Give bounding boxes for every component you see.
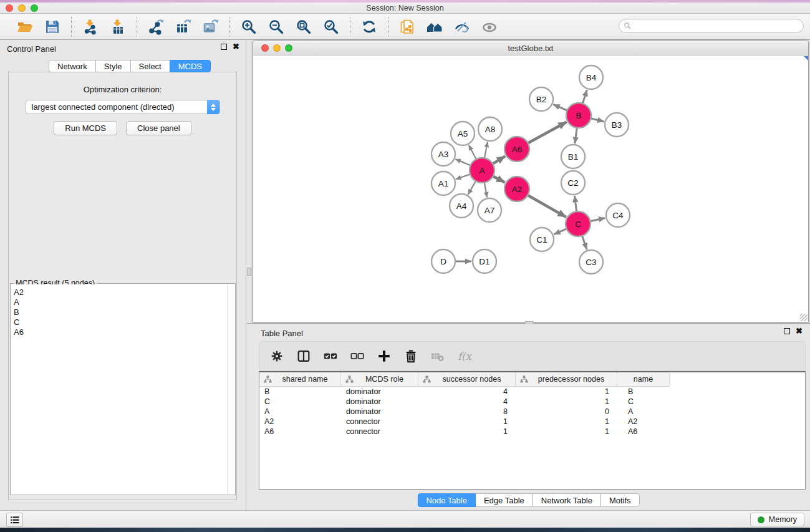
tab-network-table[interactable]: Network Table: [533, 493, 601, 507]
table-cell[interactable]: A6: [259, 427, 341, 437]
tab-network[interactable]: Network: [49, 60, 96, 72]
table-cell[interactable]: 4: [418, 397, 516, 407]
node-D[interactable]: D: [432, 249, 455, 273]
save-session-button[interactable]: [41, 16, 64, 37]
table-cell[interactable]: [670, 387, 805, 397]
deselect-all-button[interactable]: [349, 347, 366, 365]
node-D1[interactable]: D1: [473, 249, 496, 273]
column-header-name[interactable]: name: [617, 372, 670, 387]
edge-A-A7[interactable]: [485, 183, 487, 198]
table-cell[interactable]: 1: [418, 427, 516, 437]
edge-C-C1[interactable]: [554, 229, 566, 235]
home-view-button[interactable]: [423, 16, 446, 37]
table-cell[interactable]: 0: [516, 407, 617, 417]
tab-style[interactable]: Style: [95, 60, 131, 72]
edge-C-C4[interactable]: [591, 218, 605, 221]
open-session-file-button[interactable]: [396, 16, 418, 37]
table-cell[interactable]: B: [617, 387, 670, 397]
edge-A-A3[interactable]: [455, 159, 470, 165]
close-panel-button[interactable]: Close panel: [126, 121, 191, 135]
tab-select[interactable]: Select: [130, 60, 170, 72]
node-A3[interactable]: A3: [432, 142, 455, 166]
table-cell[interactable]: 1: [516, 417, 617, 427]
edge-B-B2[interactable]: [553, 104, 567, 110]
column-header-MCDS-role[interactable]: MCDS role: [341, 372, 418, 387]
table-cell[interactable]: A2: [259, 417, 341, 427]
table-cell[interactable]: [670, 417, 805, 427]
show-hide-panel-button[interactable]: [478, 16, 501, 37]
column-header-successor-nodes[interactable]: successor nodes: [418, 372, 516, 387]
window-resize-grip[interactable]: [800, 314, 808, 321]
zoom-selected-button[interactable]: [320, 16, 342, 37]
edge-A-A8[interactable]: [485, 142, 488, 158]
zoom-out-button[interactable]: [265, 16, 287, 37]
node-C[interactable]: C: [566, 211, 591, 236]
table-row[interactable]: Cdominator41C: [259, 397, 805, 407]
table-cell[interactable]: 4: [418, 387, 516, 397]
result-list-item[interactable]: A: [14, 297, 224, 307]
column-header-shared-name[interactable]: shared name: [259, 372, 341, 387]
node-C3[interactable]: C3: [579, 250, 603, 274]
table-cell[interactable]: A2: [617, 417, 670, 427]
node-A6[interactable]: A6: [504, 137, 529, 162]
table-row[interactable]: A2connector11A2: [259, 417, 805, 427]
table-cell[interactable]: [670, 427, 805, 437]
edge-C-C3[interactable]: [582, 236, 587, 249]
table-cell[interactable]: 1: [516, 397, 617, 407]
table-cell[interactable]: [670, 407, 805, 417]
export-image-button[interactable]: [200, 16, 222, 37]
node-B4[interactable]: B4: [579, 65, 603, 89]
table-cell[interactable]: 1: [516, 427, 617, 437]
close-table-panel-icon[interactable]: ✖: [796, 328, 803, 334]
task-history-button[interactable]: [6, 513, 23, 527]
edge-B-B3[interactable]: [591, 118, 604, 122]
table-cell[interactable]: dominator: [341, 387, 418, 397]
node-A5[interactable]: A5: [451, 122, 475, 145]
edge-A-A6[interactable]: [493, 156, 505, 163]
open-folder-button[interactable]: [14, 16, 36, 37]
table-cell[interactable]: connector: [341, 417, 418, 427]
run-mcds-button[interactable]: Run MCDS: [54, 121, 117, 135]
refresh-view-button[interactable]: [358, 16, 380, 37]
column-header-predecessor-nodes[interactable]: predecessor nodes: [516, 372, 617, 387]
node-A[interactable]: A: [470, 158, 494, 183]
float-panel-icon[interactable]: [221, 44, 227, 50]
result-list-item[interactable]: A6: [14, 327, 224, 337]
table-cell[interactable]: connector: [341, 427, 418, 437]
table-cell[interactable]: B: [259, 387, 341, 397]
node-A1[interactable]: A1: [432, 172, 455, 195]
table-cell[interactable]: A: [259, 407, 341, 417]
import-table-button[interactable]: [107, 16, 129, 37]
table-cell[interactable]: 8: [418, 407, 516, 417]
node-B1[interactable]: B1: [561, 145, 585, 168]
node-A7[interactable]: A7: [478, 198, 501, 222]
table-cell[interactable]: 1: [516, 387, 617, 397]
zoom-fit-button[interactable]: [292, 16, 315, 37]
node-C1[interactable]: C1: [530, 228, 554, 251]
edge-A-A2[interactable]: [493, 176, 505, 182]
new-table-button[interactable]: [172, 16, 195, 37]
edge-B-B1[interactable]: [575, 128, 577, 143]
result-list-scrollbar[interactable]: [227, 284, 234, 494]
table-cell[interactable]: 1: [418, 417, 516, 427]
edge-A6-B[interactable]: [528, 122, 567, 143]
network-canvas[interactable]: A5A8A6A3AA1A2A4A7B4B2BB3B1C2CC4C1C3DD1: [253, 56, 808, 322]
edge-A-A1[interactable]: [456, 174, 470, 179]
table-cell[interactable]: A: [617, 407, 670, 417]
result-list-item[interactable]: C: [14, 317, 224, 327]
search-input[interactable]: [619, 19, 804, 33]
memory-button[interactable]: Memory: [750, 513, 804, 526]
table-cell[interactable]: A6: [617, 427, 670, 437]
float-table-panel-icon[interactable]: [784, 328, 790, 334]
node-A8[interactable]: A8: [478, 117, 502, 141]
table-row[interactable]: Bdominator41B: [259, 387, 805, 397]
graphics-details-button[interactable]: [451, 16, 473, 37]
table-row[interactable]: A6connector11A6: [259, 427, 805, 437]
table-cell[interactable]: dominator: [341, 397, 418, 407]
table-cell[interactable]: [670, 397, 805, 407]
table-cell[interactable]: dominator: [341, 407, 418, 417]
zoom-in-button[interactable]: [238, 16, 260, 37]
tab-mcds[interactable]: MCDS: [170, 60, 211, 72]
network-window-titlebar[interactable]: testGlobe.txt: [253, 41, 808, 56]
tab-edge-table[interactable]: Edge Table: [475, 493, 533, 507]
